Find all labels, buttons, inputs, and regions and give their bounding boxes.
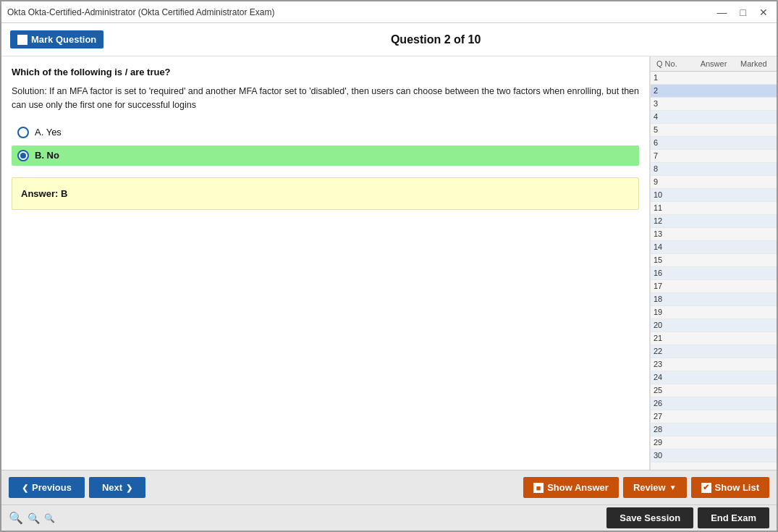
sidebar-cell-qno: 27 [654, 412, 693, 421]
sidebar-row[interactable]: 10 [651, 189, 777, 202]
next-button[interactable]: Next [89, 477, 145, 498]
sidebar-cell-marked [734, 399, 774, 408]
sidebar-cell-answer [693, 412, 733, 421]
sidebar-row[interactable]: 25 [651, 384, 777, 397]
maximize-button[interactable]: □ [737, 7, 749, 18]
show-list-checkbox-icon: ✔ [701, 483, 711, 493]
zoom-in-icon[interactable]: 🔍 [9, 511, 23, 525]
sidebar-cell-qno: 18 [654, 295, 693, 304]
sidebar-cell-answer [693, 242, 733, 252]
sidebar-cell-answer [693, 164, 733, 174]
sidebar-cell-qno: 4 [654, 112, 693, 122]
sidebar-cell-answer [693, 125, 733, 135]
sidebar-row[interactable]: 14 [651, 241, 777, 254]
sidebar-row[interactable]: 29 [651, 436, 777, 449]
sidebar-row[interactable]: 21 [651, 332, 777, 345]
sidebar-row[interactable]: 13 [651, 228, 777, 241]
mark-question-button[interactable]: Mark Question [10, 30, 103, 48]
sidebar-cell-marked [734, 229, 774, 239]
sidebar-row[interactable]: 4 [651, 111, 777, 124]
chevron-right-icon [126, 482, 132, 493]
sidebar-row[interactable]: 19 [651, 306, 777, 319]
sidebar-cell-qno: 6 [654, 138, 693, 148]
sidebar-cell-answer [693, 86, 733, 96]
sidebar-cell-answer [693, 347, 733, 356]
mark-question-label: Mark Question [31, 34, 96, 45]
sidebar-cell-marked [734, 269, 774, 278]
zoom-reset-icon[interactable]: 🔍 [28, 512, 40, 524]
sidebar-row[interactable]: 16 [651, 267, 777, 280]
zoom-out-icon[interactable]: 🔍 [44, 513, 55, 523]
sidebar-cell-qno: 7 [654, 151, 693, 161]
option-b[interactable]: B. No [12, 145, 639, 166]
sidebar-cell-marked [734, 164, 774, 174]
sidebar-cell-qno: 10 [654, 190, 693, 200]
sidebar-cell-marked [734, 438, 774, 447]
review-label: Review [633, 482, 666, 493]
sidebar-cell-marked [734, 125, 774, 135]
radio-a [17, 127, 29, 138]
sidebar-cell-qno: 1 [654, 73, 693, 83]
sidebar-row[interactable]: 12 [651, 215, 777, 228]
sidebar-row[interactable]: 26 [651, 397, 777, 410]
answer-box-text: Answer: B [21, 188, 67, 199]
sidebar-cell-marked [734, 295, 774, 304]
sidebar-cell-answer [693, 451, 733, 460]
sidebar-row[interactable]: 23 [651, 358, 777, 371]
sidebar-row[interactable]: 2 [651, 85, 777, 98]
sidebar-cell-qno: 16 [654, 269, 693, 278]
sidebar-row[interactable]: 18 [651, 293, 777, 306]
sidebar: Q No. Answer Marked 1 2 3 4 5 6 7 8 [650, 56, 777, 470]
sidebar-list[interactable]: 1 2 3 4 5 6 7 8 9 10 11 [651, 72, 777, 470]
sidebar-row[interactable]: 5 [651, 124, 777, 137]
sidebar-cell-answer [693, 360, 733, 369]
sidebar-cell-marked [734, 138, 774, 148]
option-a[interactable]: A. Yes [12, 122, 639, 143]
close-button[interactable]: ✕ [756, 7, 771, 18]
show-list-button[interactable]: ✔ Show List [691, 477, 769, 498]
sidebar-row[interactable]: 24 [651, 371, 777, 384]
sidebar-row[interactable]: 27 [651, 410, 777, 423]
sidebar-row[interactable]: 3 [651, 98, 777, 111]
radio-inner-a [20, 130, 26, 135]
solution-text: Solution: If an MFA factor is set to 're… [12, 85, 639, 112]
save-session-button[interactable]: Save Session [606, 507, 693, 528]
sidebar-row[interactable]: 17 [651, 280, 777, 293]
titlebar: Okta Okta-Certified-Administrator (Okta … [1, 1, 777, 23]
sidebar-cell-qno: 19 [654, 308, 693, 317]
sidebar-row[interactable]: 15 [651, 254, 777, 267]
sidebar-row[interactable]: 9 [651, 176, 777, 189]
end-exam-button[interactable]: End Exam [698, 507, 769, 528]
radio-b [17, 150, 29, 161]
sidebar-cell-answer [693, 425, 733, 434]
sidebar-row[interactable]: 7 [651, 150, 777, 163]
sidebar-row[interactable]: 20 [651, 319, 777, 332]
sidebar-cell-answer [693, 334, 733, 343]
sidebar-row[interactable]: 11 [651, 202, 777, 215]
sidebar-row[interactable]: 6 [651, 137, 777, 150]
minimize-button[interactable]: — [714, 7, 730, 18]
show-answer-button[interactable]: ■ Show Answer [523, 477, 619, 498]
previous-button[interactable]: Previous [9, 477, 85, 498]
sidebar-cell-answer [693, 190, 733, 200]
sidebar-cell-qno: 3 [654, 99, 693, 109]
sidebar-row[interactable]: 8 [651, 163, 777, 176]
sidebar-cell-qno: 23 [654, 360, 693, 369]
bottom-row2: 🔍 🔍 🔍 Save Session End Exam [1, 504, 777, 531]
sidebar-cell-marked [734, 256, 774, 265]
sidebar-row[interactable]: 1 [651, 72, 777, 85]
sidebar-cell-marked [734, 425, 774, 434]
show-list-label: Show List [715, 482, 759, 493]
question-area: Which of the following is / are true? So… [1, 56, 650, 470]
sidebar-cell-answer [693, 138, 733, 148]
sidebar-row[interactable]: 28 [651, 423, 777, 436]
sidebar-cell-answer [693, 73, 733, 83]
sidebar-cell-qno: 9 [654, 177, 693, 187]
sidebar-cell-marked [734, 334, 774, 343]
sidebar-cell-qno: 20 [654, 321, 693, 330]
sidebar-cell-qno: 21 [654, 334, 693, 343]
review-button[interactable]: Review ▼ [623, 477, 687, 498]
sidebar-row[interactable]: 30 [651, 449, 777, 463]
sidebar-row[interactable]: 22 [651, 345, 777, 358]
titlebar-controls: — □ ✕ [714, 7, 771, 18]
